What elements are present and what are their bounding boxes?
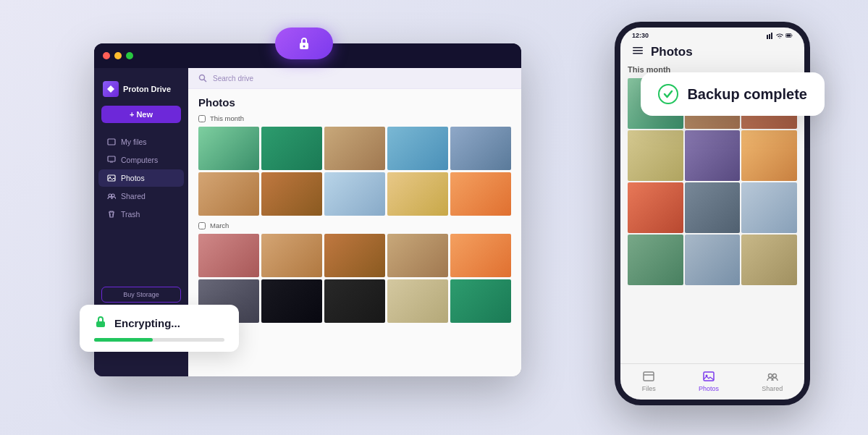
search-bar[interactable]: Search drive — [188, 68, 521, 89]
svg-point-26 — [772, 374, 776, 378]
buy-storage-button[interactable]: Buy Storage — [101, 287, 181, 303]
photo-cell[interactable] — [261, 127, 322, 170]
sidebar-label-myfiles: My files — [121, 138, 147, 146]
photo-cell[interactable] — [450, 279, 511, 323]
minimize-dot[interactable] — [114, 52, 122, 59]
phone-time: 12:30 — [632, 32, 649, 39]
sidebar-item-myfiles[interactable]: My files — [98, 133, 184, 151]
brand-name: Proton Drive — [123, 85, 171, 93]
phone-nav-shared[interactable]: Shared — [762, 370, 783, 392]
photo-cell[interactable] — [387, 172, 448, 216]
toast-lock-icon — [94, 315, 107, 331]
phone-photo-cell[interactable] — [741, 130, 797, 181]
progress-bar-fill — [94, 338, 153, 342]
new-button[interactable]: + New — [101, 106, 181, 123]
phone-nav-files[interactable]: Files — [642, 370, 656, 392]
svg-rect-11 — [96, 321, 105, 327]
search-placeholder[interactable]: Search drive — [213, 75, 253, 83]
hamburger-icon[interactable] — [632, 45, 644, 59]
svg-rect-0 — [108, 139, 115, 145]
photos-heading: Photos — [198, 96, 511, 109]
svg-point-6 — [111, 194, 114, 197]
phone-page-title: Photos — [651, 45, 693, 59]
photo-cell[interactable] — [324, 127, 385, 170]
svg-rect-17 — [792, 35, 793, 36]
svg-rect-1 — [108, 156, 115, 161]
svg-rect-16 — [786, 35, 791, 37]
svg-point-7 — [200, 75, 205, 80]
phone-photo-cell[interactable] — [628, 182, 683, 233]
svg-rect-14 — [771, 33, 772, 39]
photo-cell[interactable] — [450, 172, 511, 216]
svg-point-25 — [768, 374, 772, 378]
encrypting-toast: Encrypting... — [80, 305, 239, 352]
photo-cell[interactable] — [450, 234, 511, 277]
phone-bottom-nav: Files Photos Shared — [620, 363, 804, 400]
phone-nav-files-label: Files — [642, 385, 656, 392]
photo-cell[interactable] — [387, 234, 448, 277]
svg-rect-13 — [769, 34, 770, 39]
svg-point-10 — [303, 46, 306, 48]
photo-cell[interactable] — [261, 279, 322, 323]
encrypting-text: Encrypting... — [114, 317, 180, 329]
photo-cell[interactable] — [198, 127, 259, 170]
svg-rect-20 — [633, 53, 643, 54]
backup-complete-text: Backup complete — [687, 86, 807, 103]
backup-complete-toast: Backup complete — [641, 72, 825, 116]
brand-icon — [103, 81, 119, 97]
photo-cell[interactable] — [198, 234, 259, 277]
photo-cell[interactable] — [387, 279, 448, 323]
phone-nav-photos[interactable]: Photos — [699, 370, 719, 392]
sidebar-item-computers[interactable]: Computers — [98, 151, 184, 169]
phone-nav-shared-label: Shared — [762, 385, 783, 392]
status-icons — [767, 32, 793, 39]
phone-photo-cell[interactable] — [628, 130, 683, 181]
section-this-month: This month — [198, 114, 511, 122]
sidebar-label-shared: Shared — [121, 192, 146, 200]
phone-photo-cell[interactable] — [685, 130, 741, 181]
svg-rect-21 — [644, 372, 654, 381]
phone-photo-cell[interactable] — [741, 182, 797, 233]
photo-cell[interactable] — [261, 172, 322, 216]
maximize-dot[interactable] — [126, 52, 133, 59]
this-month-checkbox[interactable] — [198, 115, 206, 122]
svg-rect-23 — [704, 372, 714, 381]
progress-bar — [94, 338, 224, 342]
sidebar-item-photos[interactable]: Photos — [98, 169, 184, 187]
svg-line-8 — [204, 80, 207, 83]
sidebar-item-shared[interactable]: Shared — [98, 187, 184, 205]
phone-photo-cell[interactable] — [685, 182, 741, 233]
photo-cell[interactable] — [324, 234, 385, 277]
svg-rect-19 — [633, 50, 643, 51]
section-march: March — [198, 221, 511, 229]
photo-cell[interactable] — [324, 172, 385, 216]
photo-cell[interactable] — [198, 172, 259, 216]
phone-nav-photos-label: Photos — [699, 385, 719, 392]
svg-rect-12 — [767, 35, 768, 39]
march-checkbox[interactable] — [198, 222, 206, 229]
sidebar-label-photos: Photos — [121, 174, 145, 182]
sidebar-label-trash: Trash — [121, 210, 140, 219]
svg-rect-18 — [633, 47, 643, 48]
phone-photo-cell[interactable] — [741, 235, 797, 285]
photo-cell[interactable] — [261, 234, 322, 277]
sidebar-item-trash[interactable]: Trash — [98, 206, 184, 223]
this-month-grid — [198, 127, 511, 216]
phone-photo-cell[interactable] — [685, 235, 741, 285]
sidebar-label-computers: Computers — [121, 156, 158, 164]
backup-check-icon — [658, 84, 678, 104]
phone-status-bar: 12:30 — [620, 28, 804, 42]
lock-toggle[interactable] — [275, 28, 333, 59]
photo-cell[interactable] — [324, 279, 385, 323]
photo-cell[interactable] — [387, 127, 448, 170]
svg-point-5 — [109, 194, 111, 197]
march-grid — [198, 234, 511, 323]
close-dot[interactable] — [103, 52, 110, 59]
phone-header: Photos — [620, 42, 804, 65]
brand: Proton Drive — [94, 75, 188, 106]
photo-cell[interactable] — [450, 127, 511, 170]
phone-photo-cell[interactable] — [628, 235, 683, 285]
